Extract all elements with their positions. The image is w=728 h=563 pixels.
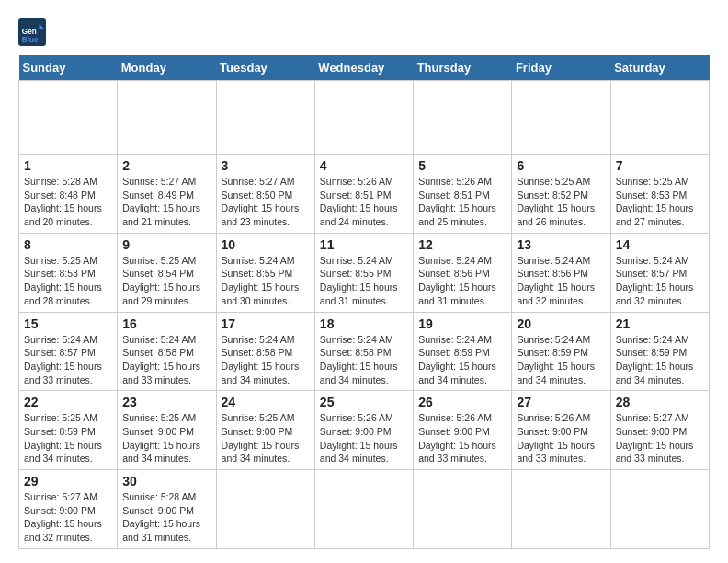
day-info: Sunrise: 5:25 AMSunset: 8:59 PMDaylight:… <box>24 411 112 465</box>
col-header-thursday: Thursday <box>414 55 512 81</box>
day-info: Sunrise: 5:26 AMSunset: 9:00 PMDaylight:… <box>418 411 506 465</box>
day-number: 29 <box>24 474 112 488</box>
page-header: Gen Blue <box>18 18 710 46</box>
day-info: Sunrise: 5:24 AMSunset: 8:58 PMDaylight:… <box>122 333 210 387</box>
day-info: Sunrise: 5:25 AMSunset: 9:00 PMDaylight:… <box>122 411 210 465</box>
calendar-cell <box>610 81 709 155</box>
day-info: Sunrise: 5:27 AMSunset: 9:00 PMDaylight:… <box>24 490 112 545</box>
day-info: Sunrise: 5:24 AMSunset: 8:57 PMDaylight:… <box>24 333 112 387</box>
calendar-cell: 10Sunrise: 5:24 AMSunset: 8:55 PMDayligh… <box>216 233 314 312</box>
calendar-cell: 12Sunrise: 5:24 AMSunset: 8:56 PMDayligh… <box>414 233 512 312</box>
week-row-2: 8Sunrise: 5:25 AMSunset: 8:53 PMDaylight… <box>19 233 710 312</box>
col-header-tuesday: Tuesday <box>216 55 314 81</box>
calendar-cell: 21Sunrise: 5:24 AMSunset: 8:59 PMDayligh… <box>610 312 709 391</box>
day-number: 14 <box>616 237 704 252</box>
calendar-cell: 18Sunrise: 5:24 AMSunset: 8:58 PMDayligh… <box>314 312 413 391</box>
day-info: Sunrise: 5:28 AMSunset: 8:48 PMDaylight:… <box>24 175 112 229</box>
day-info: Sunrise: 5:24 AMSunset: 8:57 PMDaylight:… <box>616 254 704 308</box>
day-info: Sunrise: 5:24 AMSunset: 8:55 PMDaylight:… <box>222 254 310 308</box>
calendar-cell: 30Sunrise: 5:28 AMSunset: 9:00 PMDayligh… <box>118 470 216 549</box>
calendar-cell <box>314 81 413 155</box>
calendar-cell: 22Sunrise: 5:25 AMSunset: 8:59 PMDayligh… <box>19 391 118 470</box>
calendar-cell: 15Sunrise: 5:24 AMSunset: 8:57 PMDayligh… <box>19 312 118 391</box>
day-info: Sunrise: 5:26 AMSunset: 8:51 PMDaylight:… <box>320 175 408 229</box>
calendar-cell <box>512 81 610 155</box>
day-info: Sunrise: 5:24 AMSunset: 8:56 PMDaylight:… <box>418 254 506 308</box>
day-number: 23 <box>122 395 210 409</box>
day-number: 12 <box>418 237 506 252</box>
calendar-cell <box>216 470 314 549</box>
calendar-cell <box>414 470 512 549</box>
day-number: 19 <box>418 316 506 331</box>
day-info: Sunrise: 5:26 AMSunset: 9:00 PMDaylight:… <box>517 411 605 465</box>
day-number: 10 <box>222 237 310 252</box>
day-number: 8 <box>24 237 112 252</box>
day-info: Sunrise: 5:24 AMSunset: 8:59 PMDaylight:… <box>616 333 704 387</box>
day-info: Sunrise: 5:24 AMSunset: 8:58 PMDaylight:… <box>222 333 310 387</box>
calendar-cell: 13Sunrise: 5:24 AMSunset: 8:56 PMDayligh… <box>512 233 610 312</box>
day-info: Sunrise: 5:26 AMSunset: 8:51 PMDaylight:… <box>418 175 506 229</box>
day-info: Sunrise: 5:27 AMSunset: 8:49 PMDaylight:… <box>122 175 210 229</box>
calendar-cell: 17Sunrise: 5:24 AMSunset: 8:58 PMDayligh… <box>216 312 314 391</box>
day-number: 30 <box>122 474 210 488</box>
day-info: Sunrise: 5:27 AMSunset: 9:00 PMDaylight:… <box>616 411 704 465</box>
calendar-cell: 1Sunrise: 5:28 AMSunset: 8:48 PMDaylight… <box>19 155 118 234</box>
day-number: 2 <box>122 158 210 173</box>
col-header-friday: Friday <box>512 55 610 81</box>
calendar-table: SundayMondayTuesdayWednesdayThursdayFrid… <box>18 55 710 549</box>
calendar-cell <box>19 81 118 155</box>
week-row-4: 22Sunrise: 5:25 AMSunset: 8:59 PMDayligh… <box>19 391 710 470</box>
calendar-cell <box>610 470 709 549</box>
day-number: 15 <box>24 316 112 331</box>
calendar-cell: 3Sunrise: 5:27 AMSunset: 8:50 PMDaylight… <box>216 155 314 234</box>
day-number: 25 <box>320 395 408 409</box>
day-number: 6 <box>517 158 605 173</box>
day-number: 18 <box>320 316 408 331</box>
col-header-wednesday: Wednesday <box>314 55 413 81</box>
day-number: 27 <box>517 395 605 409</box>
day-number: 28 <box>616 395 704 409</box>
calendar-cell: 20Sunrise: 5:24 AMSunset: 8:59 PMDayligh… <box>512 312 610 391</box>
day-number: 9 <box>122 237 210 252</box>
day-info: Sunrise: 5:24 AMSunset: 8:56 PMDaylight:… <box>517 254 605 308</box>
calendar-cell: 7Sunrise: 5:25 AMSunset: 8:53 PMDaylight… <box>610 155 709 234</box>
calendar-cell: 2Sunrise: 5:27 AMSunset: 8:49 PMDaylight… <box>118 155 216 234</box>
calendar-header-row: SundayMondayTuesdayWednesdayThursdayFrid… <box>19 55 710 81</box>
day-info: Sunrise: 5:25 AMSunset: 9:00 PMDaylight:… <box>222 411 310 465</box>
calendar-cell: 26Sunrise: 5:26 AMSunset: 9:00 PMDayligh… <box>414 391 512 470</box>
day-info: Sunrise: 5:25 AMSunset: 8:53 PMDaylight:… <box>616 175 704 229</box>
day-number: 7 <box>616 158 704 173</box>
calendar-cell: 4Sunrise: 5:26 AMSunset: 8:51 PMDaylight… <box>314 155 413 234</box>
day-info: Sunrise: 5:28 AMSunset: 9:00 PMDaylight:… <box>122 490 210 545</box>
day-info: Sunrise: 5:25 AMSunset: 8:53 PMDaylight:… <box>24 254 112 308</box>
calendar-cell: 24Sunrise: 5:25 AMSunset: 9:00 PMDayligh… <box>216 391 314 470</box>
day-number: 17 <box>222 316 310 331</box>
calendar-cell: 25Sunrise: 5:26 AMSunset: 9:00 PMDayligh… <box>314 391 413 470</box>
col-header-saturday: Saturday <box>610 55 709 81</box>
svg-text:Blue: Blue <box>22 36 39 44</box>
week-row-0 <box>19 81 710 155</box>
calendar-cell: 27Sunrise: 5:26 AMSunset: 9:00 PMDayligh… <box>512 391 610 470</box>
calendar-cell: 6Sunrise: 5:25 AMSunset: 8:52 PMDaylight… <box>512 155 610 234</box>
calendar-cell <box>118 81 216 155</box>
day-info: Sunrise: 5:24 AMSunset: 8:55 PMDaylight:… <box>320 254 408 308</box>
day-info: Sunrise: 5:24 AMSunset: 8:58 PMDaylight:… <box>320 333 408 387</box>
calendar-cell: 9Sunrise: 5:25 AMSunset: 8:54 PMDaylight… <box>118 233 216 312</box>
calendar-cell <box>216 81 314 155</box>
calendar-cell: 29Sunrise: 5:27 AMSunset: 9:00 PMDayligh… <box>19 470 118 549</box>
calendar-cell: 5Sunrise: 5:26 AMSunset: 8:51 PMDaylight… <box>414 155 512 234</box>
day-number: 26 <box>418 395 506 409</box>
calendar-cell <box>512 470 610 549</box>
day-number: 5 <box>418 158 506 173</box>
calendar-cell <box>414 81 512 155</box>
calendar-cell: 23Sunrise: 5:25 AMSunset: 9:00 PMDayligh… <box>118 391 216 470</box>
calendar-cell <box>314 470 413 549</box>
week-row-1: 1Sunrise: 5:28 AMSunset: 8:48 PMDaylight… <box>19 155 710 234</box>
calendar-cell: 14Sunrise: 5:24 AMSunset: 8:57 PMDayligh… <box>610 233 709 312</box>
day-number: 3 <box>222 158 310 173</box>
day-info: Sunrise: 5:25 AMSunset: 8:52 PMDaylight:… <box>517 175 605 229</box>
week-row-5: 29Sunrise: 5:27 AMSunset: 9:00 PMDayligh… <box>19 470 710 549</box>
week-row-3: 15Sunrise: 5:24 AMSunset: 8:57 PMDayligh… <box>19 312 710 391</box>
calendar-cell: 11Sunrise: 5:24 AMSunset: 8:55 PMDayligh… <box>314 233 413 312</box>
day-number: 13 <box>517 237 605 252</box>
